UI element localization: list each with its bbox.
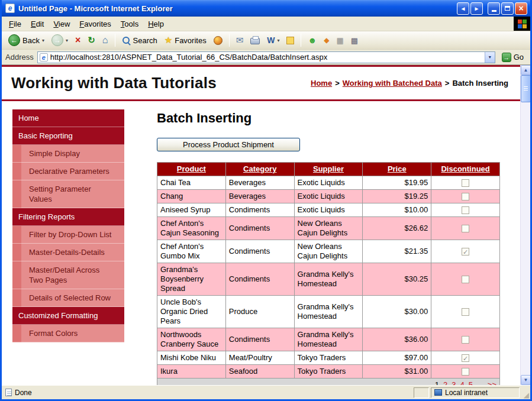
sidebar-item[interactable]: Declarative Parameters — [12, 163, 124, 180]
forward-dropdown-icon[interactable]: ▾ — [66, 38, 68, 43]
breadcrumb: Home>Working with Batched Data>Batch Ins… — [311, 79, 508, 88]
scrollbar-thumb[interactable] — [521, 75, 530, 102]
discontinued-checkbox[interactable] — [462, 193, 469, 200]
pager-link[interactable]: >> — [488, 380, 496, 385]
menu-edit[interactable]: Edit — [26, 18, 49, 30]
resize-grip[interactable]: ◢ — [520, 387, 529, 399]
sidebar-item[interactable]: Master-Details-Details — [12, 244, 124, 261]
address-input[interactable] — [48, 53, 485, 62]
restore-button[interactable] — [501, 2, 514, 15]
sidebar-item[interactable]: Filtering Reports — [12, 208, 124, 226]
stop-button[interactable]: × — [72, 34, 83, 46]
tiles-button[interactable]: ▩ — [348, 35, 361, 46]
browser-window: e Untitled Page - Microsoft Internet Exp… — [0, 0, 532, 401]
back-icon: ← — [8, 34, 20, 46]
column-header[interactable]: Discontinued — [431, 163, 500, 176]
sidebar-item[interactable]: Basic Reporting — [12, 127, 124, 145]
discontinued-checkbox[interactable] — [462, 276, 469, 283]
product-cell: Chang — [157, 190, 226, 203]
messenger-icon: ☻ — [308, 35, 317, 45]
sidebar-item[interactable]: Customized Formatting — [12, 307, 124, 325]
back-button[interactable]: ← Back ▾ — [5, 33, 47, 47]
discontinued-checkbox[interactable]: ✓ — [462, 354, 469, 362]
page-title: Batch Inserting — [157, 111, 501, 126]
scroll-up-button[interactable]: ▲ — [521, 65, 530, 75]
titlebar-extra-right-button[interactable]: ► — [470, 2, 483, 15]
category-cell: Meat/Poultry — [225, 351, 294, 365]
sidebar-item[interactable]: Details of Selected Row — [12, 289, 124, 307]
zone-label: Local intranet — [445, 389, 488, 397]
menu-tools[interactable]: Tools — [116, 18, 143, 30]
sidebar-item[interactable]: Home — [12, 109, 124, 127]
back-dropdown-icon[interactable]: ▾ — [42, 38, 44, 43]
process-shipment-button[interactable]: Process Product Shipment — [157, 138, 300, 151]
discontinued-checkbox[interactable] — [462, 225, 469, 232]
product-cell: Ikura — [157, 365, 226, 379]
titlebar: e Untitled Page - Microsoft Internet Exp… — [2, 0, 530, 17]
research-button[interactable]: ▦ — [333, 35, 346, 46]
column-header[interactable]: Supplier — [294, 163, 363, 176]
forward-arrow-glyph: → — [54, 36, 61, 44]
messenger-button[interactable]: ☻ — [305, 34, 320, 46]
mail-button[interactable]: ✉ — [233, 34, 247, 47]
search-button[interactable]: Search — [119, 35, 160, 46]
pager-link[interactable]: 2 — [443, 380, 447, 385]
discontinued-checkbox[interactable] — [462, 179, 469, 187]
discontinued-checkbox[interactable] — [462, 206, 469, 214]
table-row: Chai TeaBeveragesExotic Liquids$19.95 — [157, 176, 500, 190]
go-arrow-icon: → — [502, 53, 511, 62]
sidebar-item[interactable]: Filter by Drop-Down List — [12, 226, 124, 244]
column-header[interactable]: Category — [225, 163, 294, 176]
media-button[interactable] — [211, 35, 225, 46]
edit-with-word-button[interactable]: W ▾ — [264, 34, 282, 46]
pager-link[interactable]: ... — [477, 380, 483, 385]
menu-file[interactable]: File — [4, 18, 26, 30]
breadcrumb-separator: > — [445, 79, 450, 88]
discontinued-checkbox[interactable] — [462, 308, 469, 316]
discontinued-checkbox[interactable] — [462, 336, 469, 344]
address-dropdown-button[interactable]: ▾ — [485, 52, 495, 63]
sidebar-item[interactable]: Master/Detail Across Two Pages — [12, 261, 124, 289]
vertical-scrollbar[interactable]: ▲ ▼ — [520, 65, 530, 385]
print-icon — [250, 38, 260, 44]
pager-row: 12345...>> — [157, 379, 500, 386]
scroll-down-button[interactable]: ▼ — [521, 375, 530, 385]
search-label: Search — [133, 36, 157, 45]
pager-link[interactable]: 5 — [469, 380, 473, 385]
pager-link[interactable]: 4 — [460, 380, 465, 385]
back-label: Back — [22, 36, 40, 45]
menu-favorites[interactable]: Favorites — [75, 18, 115, 30]
forward-button[interactable]: → ▾ — [49, 33, 71, 47]
breadcrumb-item: Batch Inserting — [452, 79, 508, 88]
print-button[interactable] — [247, 35, 263, 46]
pager-current-page: 1 — [435, 380, 439, 385]
pager-link[interactable]: 3 — [452, 380, 456, 385]
site-title: Working with Data Tutorials — [11, 74, 217, 92]
column-header[interactable]: Product — [157, 163, 226, 176]
close-button[interactable]: × — [515, 2, 527, 15]
minimize-button[interactable] — [488, 2, 500, 15]
price-cell: $21.35 — [363, 240, 431, 263]
discontinued-checkbox[interactable]: ✓ — [462, 248, 469, 256]
refresh-button[interactable]: ↻ — [85, 34, 98, 47]
breadcrumb-item[interactable]: Working with Batched Data — [343, 79, 442, 88]
home-button[interactable]: ⌂ — [99, 34, 111, 47]
notes-button[interactable]: ◆ — [321, 35, 332, 46]
go-button[interactable]: → Go — [499, 52, 527, 63]
sidebar-item[interactable]: Setting Parameter Values — [12, 180, 124, 208]
favorites-button[interactable]: ★ Favorites — [162, 34, 209, 47]
column-header[interactable]: Price — [363, 163, 431, 176]
breadcrumb-item[interactable]: Home — [311, 79, 332, 88]
menu-view[interactable]: View — [49, 18, 75, 30]
supplier-cell: New Orleans Cajun Delights — [294, 240, 363, 263]
sidebar-item[interactable]: Format Colors — [12, 325, 124, 342]
titlebar-extra-left-button[interactable]: ◄ — [457, 2, 469, 15]
discuss-button[interactable] — [283, 35, 297, 46]
table-row: ChangBeveragesExotic Liquids$19.25 — [157, 190, 500, 203]
edit-dropdown-icon[interactable]: ▾ — [277, 38, 279, 43]
discontinued-checkbox[interactable] — [462, 368, 469, 376]
menu-help[interactable]: Help — [143, 18, 169, 30]
menu-bar: FileEditViewFavoritesToolsHelp — [2, 17, 530, 31]
sidebar-item[interactable]: Simple Display — [12, 145, 124, 163]
resize-grip-icon: ◢ — [524, 392, 529, 399]
